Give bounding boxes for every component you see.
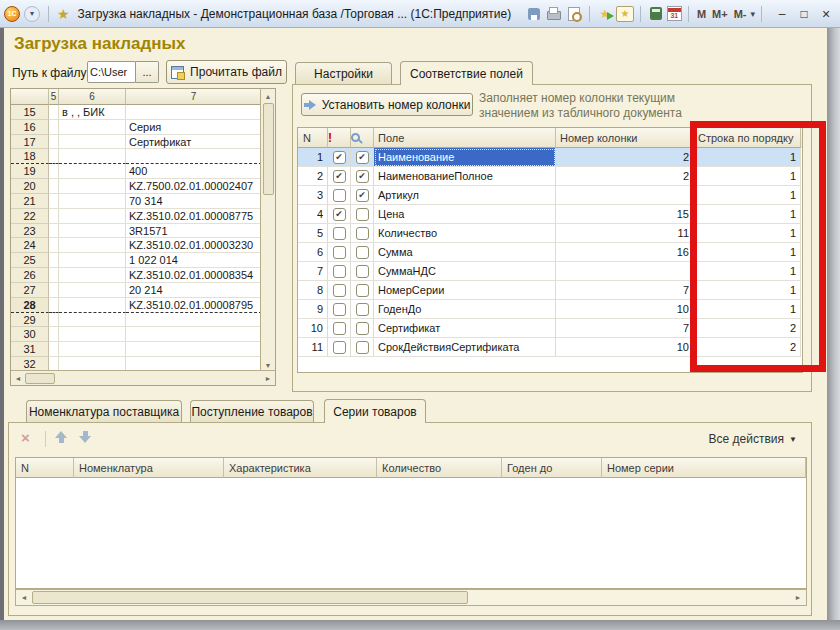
spreadsheet-vscrollbar[interactable]: ▲ ▼ bbox=[260, 89, 275, 372]
required-checkbox[interactable] bbox=[333, 322, 346, 335]
search-checkbox[interactable] bbox=[356, 284, 369, 297]
required-checkbox[interactable] bbox=[333, 341, 346, 354]
browse-button[interactable]: ... bbox=[136, 61, 159, 83]
col-header-6[interactable]: 6 bbox=[59, 89, 126, 105]
move-up-icon[interactable] bbox=[53, 429, 69, 445]
scroll-left-icon[interactable]: ◄ bbox=[16, 591, 32, 605]
tab-bottom-2[interactable]: Поступление товаров bbox=[190, 400, 314, 422]
m-minus-button[interactable]: M- bbox=[732, 8, 749, 20]
all-actions-button[interactable]: Все действия ▼ bbox=[709, 432, 797, 446]
col-header-search[interactable] bbox=[351, 128, 374, 148]
search-checkbox[interactable] bbox=[356, 208, 369, 221]
series-col-header-5[interactable]: Годен до bbox=[502, 458, 602, 478]
search-checkbox[interactable]: ✔ bbox=[356, 189, 369, 202]
sheet-row[interactable]: 22KZ.3510.02.01.00008775 bbox=[11, 209, 275, 224]
col-header-7[interactable]: 7 bbox=[126, 89, 262, 105]
print-preview-icon[interactable] bbox=[565, 6, 583, 22]
sheet-row[interactable]: 16Серия bbox=[11, 120, 275, 135]
series-table-body[interactable] bbox=[16, 478, 806, 588]
row-number: 22 bbox=[11, 209, 49, 224]
search-checkbox[interactable]: ✔ bbox=[356, 151, 369, 164]
scroll-left-icon[interactable]: ◄ bbox=[11, 371, 25, 385]
required-checkbox[interactable] bbox=[333, 303, 346, 316]
favorites-star-icon[interactable]: ★ bbox=[57, 7, 70, 21]
calculator-icon[interactable] bbox=[647, 6, 665, 22]
search-checkbox[interactable] bbox=[356, 227, 369, 240]
search-checkbox[interactable] bbox=[356, 322, 369, 335]
cell-col7: 400 bbox=[126, 164, 262, 179]
chevron-down-icon[interactable]: ▾ bbox=[750, 9, 755, 19]
sheet-row[interactable]: 15в , , БИК bbox=[11, 105, 275, 120]
sheet-row[interactable]: 233R1571 bbox=[11, 224, 275, 239]
minimize-button[interactable]: – bbox=[772, 5, 792, 22]
m-button[interactable]: M bbox=[695, 8, 708, 20]
maximize-button[interactable]: □ bbox=[794, 5, 814, 22]
sheet-row[interactable]: 20KZ.7500.02.01.00002407 bbox=[11, 179, 275, 194]
save-icon[interactable] bbox=[525, 6, 543, 22]
tab-bottom-3[interactable]: Серии товаров bbox=[324, 399, 426, 423]
sheet-row[interactable]: 28KZ.3510.02.01.00008795 bbox=[11, 298, 275, 313]
search-checkbox[interactable] bbox=[356, 303, 369, 316]
read-file-button[interactable]: Прочитать файл bbox=[166, 60, 287, 84]
window-frame-bottom bbox=[0, 620, 840, 630]
vscroll-thumb[interactable] bbox=[263, 103, 274, 195]
required-checkbox[interactable]: ✔ bbox=[333, 170, 346, 183]
search-checkbox[interactable] bbox=[356, 341, 369, 354]
search-checkbox[interactable] bbox=[356, 246, 369, 259]
print-icon[interactable] bbox=[545, 6, 563, 22]
required-checkbox[interactable] bbox=[333, 265, 346, 278]
sheet-row[interactable]: 2170 314 bbox=[11, 194, 275, 209]
search-checkbox[interactable] bbox=[356, 265, 369, 278]
search-cell bbox=[351, 243, 374, 262]
system-menu-chevron-icon[interactable]: ▾ bbox=[24, 6, 40, 22]
sheet-row[interactable]: 26KZ.3510.02.01.00008354 bbox=[11, 268, 275, 283]
search-checkbox[interactable]: ✔ bbox=[356, 170, 369, 183]
col-header-5[interactable]: 5 bbox=[49, 89, 59, 105]
required-checkbox[interactable] bbox=[333, 284, 346, 297]
series-col-header-6[interactable]: Номер серии bbox=[602, 458, 806, 478]
series-col-header-3[interactable]: Характеристика bbox=[224, 458, 377, 478]
sheet-row[interactable]: 251 022 014 bbox=[11, 253, 275, 268]
m-plus-button[interactable]: M+ bbox=[710, 8, 730, 20]
sheet-row[interactable]: 2720 214 bbox=[11, 283, 275, 298]
required-checkbox[interactable]: ✔ bbox=[333, 151, 346, 164]
col-header-n[interactable]: N bbox=[298, 128, 328, 148]
close-button[interactable]: × bbox=[816, 5, 836, 22]
series-col-header-4[interactable]: Количество bbox=[377, 458, 502, 478]
sheet-row[interactable]: 24KZ.3510.02.01.00003230 bbox=[11, 238, 275, 253]
row-number: 6 bbox=[298, 243, 328, 262]
spreadsheet-hscrollbar[interactable]: ◄ ► bbox=[11, 370, 275, 385]
col-header-required[interactable]: ! bbox=[328, 128, 351, 148]
sheet-row[interactable]: 30 bbox=[11, 327, 275, 342]
scroll-right-icon[interactable]: ► bbox=[790, 591, 806, 605]
col-header-column-number[interactable]: Номер колонки bbox=[556, 128, 694, 148]
required-checkbox[interactable]: ✔ bbox=[333, 208, 346, 221]
sheet-row[interactable]: 18 bbox=[11, 149, 275, 164]
tab-top-1[interactable]: Настройки bbox=[295, 62, 392, 84]
file-path-input[interactable]: C:\User bbox=[87, 61, 136, 83]
calendar-icon[interactable] bbox=[667, 6, 682, 21]
col-header-field[interactable]: Поле bbox=[374, 128, 556, 148]
sheet-row[interactable]: 19400 bbox=[11, 164, 275, 179]
series-col-header-2[interactable]: Номенклатура bbox=[74, 458, 224, 478]
move-down-icon[interactable] bbox=[77, 429, 93, 445]
sheet-row[interactable]: 31 bbox=[11, 342, 275, 357]
required-checkbox[interactable] bbox=[333, 227, 346, 240]
hscroll-thumb[interactable] bbox=[32, 591, 468, 604]
tab-top-2[interactable]: Соответствие полей bbox=[400, 61, 533, 85]
favorites-icon[interactable] bbox=[616, 6, 634, 22]
scroll-right-icon[interactable]: ► bbox=[261, 371, 275, 385]
favorites-add-icon[interactable] bbox=[596, 6, 614, 22]
hscroll-thumb[interactable] bbox=[25, 373, 55, 384]
cell-col5 bbox=[49, 120, 59, 135]
delete-icon[interactable]: × bbox=[21, 429, 30, 446]
series-hscrollbar[interactable]: ◄ ► bbox=[15, 589, 807, 606]
set-column-number-button[interactable]: Установить номер колонки bbox=[301, 93, 473, 116]
required-checkbox[interactable] bbox=[333, 246, 346, 259]
sheet-row[interactable]: 29 bbox=[11, 313, 275, 328]
scroll-up-icon[interactable]: ▲ bbox=[261, 89, 275, 103]
sheet-row[interactable]: 17Сертификат bbox=[11, 135, 275, 150]
series-col-header-1[interactable]: N bbox=[16, 458, 74, 478]
tab-bottom-1[interactable]: Номенклатура поставщика bbox=[26, 400, 182, 422]
required-checkbox[interactable] bbox=[333, 189, 346, 202]
